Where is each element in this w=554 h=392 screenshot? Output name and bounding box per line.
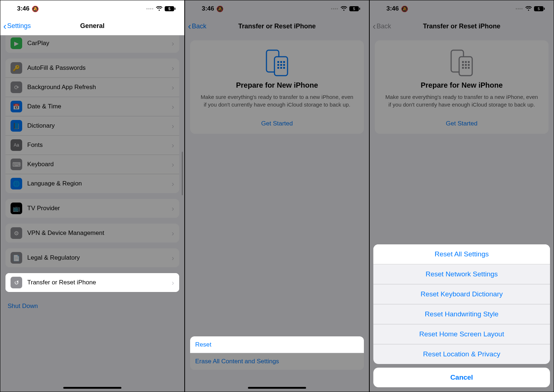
prepare-card: Prepare for New iPhone Make sure everyth… <box>375 40 549 134</box>
svg-text:5: 5 <box>168 7 170 11</box>
back-button: ‹ Back <box>370 21 391 31</box>
sheet-reset-keyboard[interactable]: Reset Keyboard Dictionary <box>373 284 550 304</box>
scrollbar[interactable] <box>182 152 183 195</box>
chevron-right-icon: › <box>172 254 174 262</box>
calendar-icon: 📅 <box>11 101 22 112</box>
svg-rect-22 <box>462 61 464 63</box>
home-indicator[interactable] <box>248 387 306 389</box>
row-vpn[interactable]: ⚙ VPN & Device Management › <box>5 224 179 243</box>
chevron-right-icon: › <box>172 204 174 213</box>
sheet-reset-network[interactable]: Reset Network Settings <box>373 264 550 284</box>
battery-icon: 5 <box>534 6 545 11</box>
chevron-right-icon: › <box>172 64 174 72</box>
status-bar: 3:46 🔕 •••• 5 <box>0 0 184 17</box>
screenshot-transfer-reset: 3:46 🔕 •••• 5 ‹ Back Transfer or Reset i… <box>185 0 369 392</box>
row-label: Fonts <box>27 141 43 149</box>
back-button[interactable]: ‹ Back <box>185 21 206 31</box>
svg-rect-23 <box>465 61 467 63</box>
row-label: Language & Region <box>27 180 82 187</box>
row-label: Background App Refresh <box>27 84 96 91</box>
row-shutdown[interactable]: Shut Down <box>5 298 179 315</box>
book-icon: 📘 <box>11 120 22 132</box>
row-label: Reset <box>195 341 211 348</box>
svg-rect-16 <box>283 67 285 69</box>
svg-rect-11 <box>277 64 279 66</box>
svg-rect-13 <box>283 64 285 66</box>
svg-rect-26 <box>465 64 467 66</box>
back-label: Back <box>192 23 206 30</box>
row-autofill[interactable]: 🔑 AutoFill & Passwords › <box>5 59 179 78</box>
page-title: Transfer or Reset iPhone <box>370 23 554 30</box>
row-label: Dictionary <box>27 122 55 129</box>
row-tvprovider[interactable]: 📺 TV Provider › <box>5 199 179 218</box>
chevron-left-icon: ‹ <box>3 21 7 31</box>
row-keyboard[interactable]: ⌨ Keyboard › <box>5 155 179 174</box>
row-bgrefresh[interactable]: ⟳ Background App Refresh › <box>5 78 179 97</box>
row-fonts[interactable]: Aa Fonts › <box>5 136 179 155</box>
gear-icon: ⚙ <box>11 227 22 239</box>
sheet-reset-location[interactable]: Reset Location & Privacy <box>373 344 550 364</box>
nav-header: ‹ Back Transfer or Reset iPhone <box>370 17 554 35</box>
row-label: Legal & Regulatory <box>27 254 80 261</box>
svg-rect-25 <box>462 64 464 66</box>
svg-rect-18 <box>544 8 545 10</box>
globe-icon: 🌐 <box>11 178 22 189</box>
get-started-button[interactable]: Get Started <box>197 116 357 129</box>
sheet-reset-home[interactable]: Reset Home Screen Layout <box>373 324 550 344</box>
tv-icon: 📺 <box>11 203 22 214</box>
svg-rect-21 <box>459 57 472 76</box>
cell-signal-icon: •••• <box>146 6 154 11</box>
nav-header: ‹ Back Transfer or Reset iPhone <box>185 17 369 35</box>
chevron-right-icon: › <box>172 279 174 287</box>
card-body: Make sure everything's ready to transfer… <box>197 93 357 108</box>
wifi-icon <box>156 6 162 11</box>
svg-rect-28 <box>462 67 464 69</box>
sheet-reset-handwriting[interactable]: Reset Handwriting Style <box>373 304 550 324</box>
prepare-card: Prepare for New iPhone Make sure everyth… <box>190 40 364 134</box>
row-label: VPN & Device Management <box>27 229 104 237</box>
back-label: Back <box>377 23 391 30</box>
wifi-icon <box>341 6 347 11</box>
chevron-left-icon: ‹ <box>373 21 376 31</box>
row-langregion[interactable]: 🌐 Language & Region › <box>5 174 179 193</box>
svg-rect-14 <box>277 67 279 69</box>
row-reset[interactable]: Reset <box>190 336 364 353</box>
row-carplay[interactable]: ▶ CarPlay › <box>5 35 179 53</box>
svg-rect-29 <box>465 67 467 69</box>
sheet-cancel-button[interactable]: Cancel <box>373 368 550 387</box>
row-datetime[interactable]: 📅 Date & Time › <box>5 97 179 116</box>
wifi-icon <box>525 6 532 11</box>
row-dictionary[interactable]: 📘 Dictionary › <box>5 116 179 136</box>
row-erase-all[interactable]: Erase All Content and Settings <box>190 353 364 370</box>
row-transfer-reset[interactable]: ↺ Transfer or Reset iPhone › <box>5 273 179 292</box>
sheet-reset-all[interactable]: Reset All Settings <box>373 244 550 264</box>
row-label: Keyboard <box>27 161 54 168</box>
status-bar: 3:46 🔕 •••• 5 <box>370 0 554 17</box>
cell-signal-icon: •••• <box>331 6 338 11</box>
nav-header: ‹ Settings General <box>0 17 184 35</box>
home-indicator[interactable] <box>63 387 121 389</box>
reset-action-sheet: Reset All Settings Reset Network Setting… <box>373 244 550 387</box>
row-label: Date & Time <box>27 103 61 110</box>
svg-rect-12 <box>280 64 282 66</box>
battery-icon: 5 <box>349 6 360 11</box>
clock: 3:46 <box>202 5 214 12</box>
card-body: Make sure everything's ready to transfer… <box>381 93 542 108</box>
chevron-right-icon: › <box>172 160 174 169</box>
chevron-right-icon: › <box>172 103 174 111</box>
carplay-icon: ▶ <box>11 37 22 49</box>
fonts-icon: Aa <box>11 139 22 151</box>
svg-rect-4 <box>359 8 360 10</box>
chevron-left-icon: ‹ <box>188 21 191 31</box>
transfer-devices-icon <box>381 48 542 77</box>
row-legal[interactable]: 📄 Legal & Regulatory › <box>5 248 179 267</box>
row-label: AutoFill & Passwords <box>27 64 86 72</box>
keyboard-icon: ⌨ <box>11 159 22 170</box>
chevron-right-icon: › <box>172 229 174 237</box>
silent-icon: 🔕 <box>32 5 39 12</box>
silent-icon: 🔕 <box>216 5 224 12</box>
get-started-button[interactable]: Get Started <box>381 116 542 129</box>
svg-rect-10 <box>283 61 285 63</box>
page-title: Transfer or Reset iPhone <box>185 23 369 30</box>
back-button[interactable]: ‹ Settings <box>0 21 31 31</box>
